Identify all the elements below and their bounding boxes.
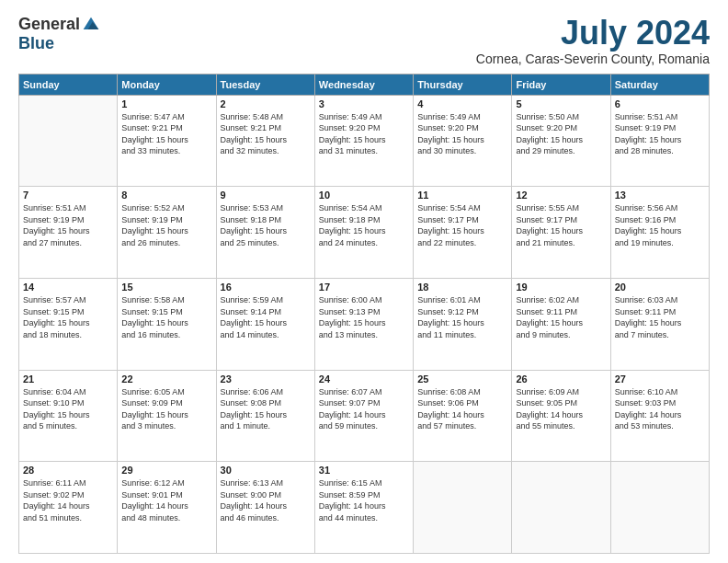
cell-info: Sunrise: 6:04 AM Sunset: 9:10 PM Dayligh…	[23, 386, 113, 432]
cell-info: Sunrise: 5:54 AM Sunset: 9:17 PM Dayligh…	[417, 202, 507, 248]
cell-info: Sunrise: 5:53 AM Sunset: 9:18 PM Dayligh…	[221, 202, 311, 248]
cell-info: Sunrise: 5:50 AM Sunset: 9:20 PM Dayligh…	[516, 111, 606, 157]
day-header-sunday: Sunday	[19, 74, 118, 95]
title-block: July 2024 Cornea, Caras-Severin County, …	[476, 15, 710, 66]
calendar-cell: 3Sunrise: 5:49 AM Sunset: 9:20 PM Daylig…	[314, 95, 413, 187]
header: General Blue July 2024 Cornea, Caras-Sev…	[18, 15, 710, 66]
calendar-week-row: 21Sunrise: 6:04 AM Sunset: 9:10 PM Dayli…	[19, 370, 710, 462]
cell-date: 26	[516, 373, 606, 385]
cell-date: 4	[417, 98, 507, 109]
cell-info: Sunrise: 5:58 AM Sunset: 9:15 PM Dayligh…	[121, 294, 211, 340]
calendar-cell: 23Sunrise: 6:06 AM Sunset: 9:08 PM Dayli…	[216, 370, 314, 462]
calendar-cell: 13Sunrise: 5:56 AM Sunset: 9:16 PM Dayli…	[610, 187, 709, 279]
cell-info: Sunrise: 5:55 AM Sunset: 9:17 PM Dayligh…	[516, 202, 606, 248]
calendar-cell: 4Sunrise: 5:49 AM Sunset: 9:20 PM Daylig…	[414, 95, 512, 187]
cell-info: Sunrise: 5:48 AM Sunset: 9:21 PM Dayligh…	[221, 111, 311, 157]
calendar-cell: 10Sunrise: 5:54 AM Sunset: 9:18 PM Dayli…	[314, 187, 413, 279]
calendar-header-row: SundayMondayTuesdayWednesdayThursdayFrid…	[19, 74, 710, 95]
calendar-cell: 6Sunrise: 5:51 AM Sunset: 9:19 PM Daylig…	[610, 95, 709, 187]
day-header-wednesday: Wednesday	[314, 74, 413, 95]
cell-date: 16	[221, 282, 311, 293]
calendar-cell: 7Sunrise: 5:51 AM Sunset: 9:19 PM Daylig…	[19, 187, 118, 279]
cell-date: 1	[121, 98, 211, 109]
cell-info: Sunrise: 5:57 AM Sunset: 9:15 PM Dayligh…	[23, 294, 113, 340]
cell-date: 9	[221, 190, 311, 201]
calendar-cell: 16Sunrise: 5:59 AM Sunset: 9:14 PM Dayli…	[216, 278, 314, 370]
cell-date: 31	[319, 465, 409, 476]
calendar-cell: 2Sunrise: 5:48 AM Sunset: 9:21 PM Daylig…	[216, 95, 314, 187]
cell-date: 3	[319, 98, 409, 109]
calendar-cell: 21Sunrise: 6:04 AM Sunset: 9:10 PM Dayli…	[19, 370, 118, 462]
cell-date: 21	[23, 373, 113, 385]
cell-date: 22	[121, 373, 211, 385]
calendar-week-row: 1Sunrise: 5:47 AM Sunset: 9:21 PM Daylig…	[19, 95, 710, 187]
calendar-cell: 18Sunrise: 6:01 AM Sunset: 9:12 PM Dayli…	[414, 278, 512, 370]
calendar-cell: 24Sunrise: 6:07 AM Sunset: 9:07 PM Dayli…	[314, 370, 413, 462]
cell-info: Sunrise: 6:01 AM Sunset: 9:12 PM Dayligh…	[417, 294, 507, 340]
cell-date: 18	[417, 282, 507, 293]
cell-info: Sunrise: 6:10 AM Sunset: 9:03 PM Dayligh…	[615, 386, 705, 432]
cell-date: 20	[615, 282, 705, 293]
cell-date: 15	[121, 282, 211, 293]
cell-date: 8	[121, 190, 211, 201]
cell-date: 11	[417, 190, 507, 201]
cell-date: 14	[23, 282, 113, 293]
cell-date: 29	[121, 465, 211, 476]
cell-date: 12	[516, 190, 606, 201]
calendar-cell: 29Sunrise: 6:12 AM Sunset: 9:01 PM Dayli…	[118, 462, 216, 554]
cell-date: 2	[221, 98, 311, 109]
cell-info: Sunrise: 5:56 AM Sunset: 9:16 PM Dayligh…	[615, 202, 705, 248]
day-header-thursday: Thursday	[414, 74, 512, 95]
calendar-cell: 5Sunrise: 5:50 AM Sunset: 9:20 PM Daylig…	[512, 95, 610, 187]
calendar-cell: 30Sunrise: 6:13 AM Sunset: 9:00 PM Dayli…	[216, 462, 314, 554]
calendar-cell: 28Sunrise: 6:11 AM Sunset: 9:02 PM Dayli…	[19, 462, 118, 554]
cell-info: Sunrise: 5:51 AM Sunset: 9:19 PM Dayligh…	[615, 111, 705, 157]
calendar-cell	[19, 95, 118, 187]
cell-date: 13	[615, 190, 705, 201]
calendar-cell: 17Sunrise: 6:00 AM Sunset: 9:13 PM Dayli…	[314, 278, 413, 370]
cell-date: 27	[615, 373, 705, 385]
day-header-tuesday: Tuesday	[216, 74, 314, 95]
cell-info: Sunrise: 6:12 AM Sunset: 9:01 PM Dayligh…	[121, 477, 211, 523]
calendar-week-row: 28Sunrise: 6:11 AM Sunset: 9:02 PM Dayli…	[19, 462, 710, 554]
calendar-cell: 8Sunrise: 5:52 AM Sunset: 9:19 PM Daylig…	[118, 187, 216, 279]
cell-info: Sunrise: 6:05 AM Sunset: 9:09 PM Dayligh…	[121, 386, 211, 432]
main-title: July 2024	[476, 15, 710, 52]
logo-general: General	[18, 15, 80, 34]
calendar-cell: 25Sunrise: 6:08 AM Sunset: 9:06 PM Dayli…	[414, 370, 512, 462]
cell-info: Sunrise: 6:02 AM Sunset: 9:11 PM Dayligh…	[516, 294, 606, 340]
logo-icon	[82, 16, 100, 34]
calendar-cell	[512, 462, 610, 554]
cell-info: Sunrise: 5:49 AM Sunset: 9:20 PM Dayligh…	[417, 111, 507, 157]
cell-date: 24	[319, 373, 409, 385]
calendar-cell: 20Sunrise: 6:03 AM Sunset: 9:11 PM Dayli…	[610, 278, 709, 370]
calendar-cell: 15Sunrise: 5:58 AM Sunset: 9:15 PM Dayli…	[118, 278, 216, 370]
cell-info: Sunrise: 6:09 AM Sunset: 9:05 PM Dayligh…	[516, 386, 606, 432]
subtitle: Cornea, Caras-Severin County, Romania	[476, 52, 710, 66]
cell-info: Sunrise: 6:11 AM Sunset: 9:02 PM Dayligh…	[23, 477, 113, 523]
logo: General Blue	[18, 15, 100, 53]
cell-info: Sunrise: 6:15 AM Sunset: 8:59 PM Dayligh…	[319, 477, 409, 523]
calendar-cell: 9Sunrise: 5:53 AM Sunset: 9:18 PM Daylig…	[216, 187, 314, 279]
calendar-cell: 14Sunrise: 5:57 AM Sunset: 9:15 PM Dayli…	[19, 278, 118, 370]
cell-info: Sunrise: 6:00 AM Sunset: 9:13 PM Dayligh…	[319, 294, 409, 340]
calendar-cell: 1Sunrise: 5:47 AM Sunset: 9:21 PM Daylig…	[118, 95, 216, 187]
day-header-saturday: Saturday	[610, 74, 709, 95]
cell-info: Sunrise: 5:47 AM Sunset: 9:21 PM Dayligh…	[121, 111, 211, 157]
cell-info: Sunrise: 5:59 AM Sunset: 9:14 PM Dayligh…	[221, 294, 311, 340]
cell-date: 19	[516, 282, 606, 293]
cell-date: 6	[615, 98, 705, 109]
cell-date: 30	[221, 465, 311, 476]
cell-date: 25	[417, 373, 507, 385]
cell-date: 28	[23, 465, 113, 476]
calendar-week-row: 7Sunrise: 5:51 AM Sunset: 9:19 PM Daylig…	[19, 187, 710, 279]
calendar-cell: 22Sunrise: 6:05 AM Sunset: 9:09 PM Dayli…	[118, 370, 216, 462]
calendar-cell	[610, 462, 709, 554]
cell-date: 10	[319, 190, 409, 201]
cell-date: 7	[23, 190, 113, 201]
cell-info: Sunrise: 6:06 AM Sunset: 9:08 PM Dayligh…	[221, 386, 311, 432]
cell-info: Sunrise: 6:07 AM Sunset: 9:07 PM Dayligh…	[319, 386, 409, 432]
calendar-week-row: 14Sunrise: 5:57 AM Sunset: 9:15 PM Dayli…	[19, 278, 710, 370]
calendar-cell: 31Sunrise: 6:15 AM Sunset: 8:59 PM Dayli…	[314, 462, 413, 554]
cell-info: Sunrise: 5:49 AM Sunset: 9:20 PM Dayligh…	[319, 111, 409, 157]
